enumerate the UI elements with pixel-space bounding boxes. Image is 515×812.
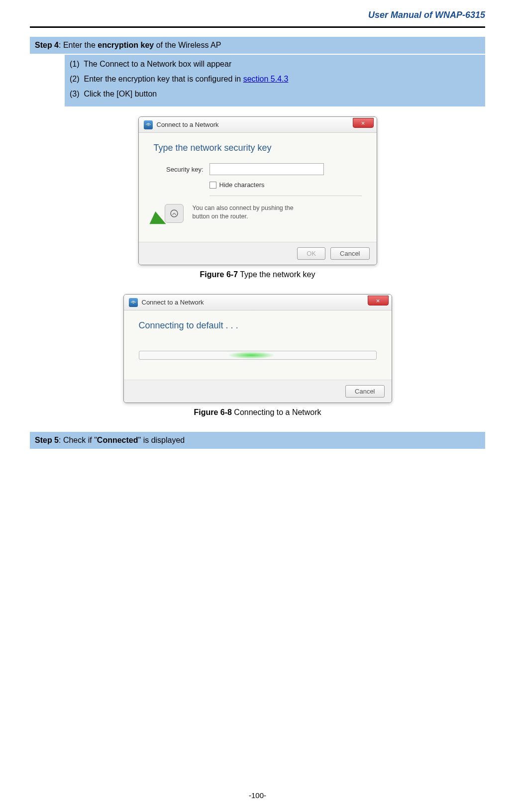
figure1-caption: Figure 6-7 Type the network key — [30, 270, 485, 279]
step4-item3-text: Click the [OK] button — [84, 90, 157, 98]
step4-sublist: (1) The Connect to a Network box will ap… — [65, 55, 485, 106]
figure1-label: Figure 6-7 — [200, 270, 238, 279]
page-header: User Manual of WNAP-6315 — [30, 10, 485, 28]
connecting-heading: Connecting to default . . . — [139, 320, 377, 331]
step4-item3-num: (3) — [70, 90, 80, 98]
progress-bar — [139, 351, 377, 360]
figure2-caption: Figure 6-8 Connecting to a Network — [30, 408, 485, 417]
dialog1-footer: OK Cancel — [139, 242, 377, 265]
hide-chars-row[interactable]: Hide characters — [209, 181, 362, 196]
cancel-button[interactable]: Cancel — [330, 247, 369, 260]
security-key-input[interactable] — [209, 163, 324, 175]
cancel-button[interactable]: Cancel — [345, 385, 384, 398]
step4-label: Step 4 — [35, 41, 59, 49]
dialog2-title: Connect to a Network — [142, 299, 204, 306]
figure2-label: Figure 6-8 — [194, 408, 231, 416]
connecting-dialog: Connect to a Network × Connecting to def… — [123, 294, 392, 403]
dialog1-body: Type the network security key Security k… — [139, 133, 377, 242]
progress-pulse — [229, 352, 274, 359]
hide-chars-checkbox[interactable] — [209, 182, 216, 189]
connect-network-dialog: Connect to a Network × Type the network … — [138, 116, 377, 265]
close-icon[interactable]: × — [353, 118, 374, 128]
step4-item1-num: (1) — [70, 60, 80, 68]
step4-text-pre: : Enter the — [59, 41, 98, 49]
router-icon — [154, 204, 184, 229]
step4-item2-link[interactable]: section 5.4.3 — [243, 75, 289, 83]
step4-box: Step 4: Enter the encryption key of the … — [30, 37, 485, 54]
step5-post: " is displayed — [138, 436, 185, 444]
router-hint-text: You can also connect by pushing the butt… — [193, 204, 294, 221]
step5-bold: Connected — [97, 436, 138, 444]
dialog1-title-bar: Connect to a Network × — [139, 117, 377, 133]
figure1-text: Type the network key — [238, 270, 315, 279]
ok-button[interactable]: OK — [297, 247, 325, 260]
dialog2-container: Connect to a Network × Connecting to def… — [30, 294, 485, 403]
dialog1-container: Connect to a Network × Type the network … — [30, 116, 485, 265]
figure2-text: Connecting to a Network — [232, 408, 321, 416]
dialog2-footer: Cancel — [124, 380, 392, 403]
step4-text-post: of the Wireless AP — [154, 41, 221, 49]
network-icon — [144, 120, 153, 129]
step4-item2-text: Enter the encryption key that is configu… — [84, 75, 243, 83]
dialog1-heading: Type the network security key — [154, 143, 362, 153]
dialog1-title: Connect to a Network — [157, 121, 219, 128]
security-key-label: Security key: — [154, 166, 204, 173]
step5-label: Step 5 — [35, 436, 59, 444]
page-number: -100- — [0, 791, 515, 800]
dialog2-title-bar: Connect to a Network × — [124, 295, 392, 310]
router-hint: You can also connect by pushing the butt… — [154, 196, 362, 237]
step5-box: Step 5: Check if "Connected" is displaye… — [30, 432, 485, 449]
close-icon[interactable]: × — [368, 296, 389, 305]
step4-item1-text: The Connect to a Network box will appear — [84, 60, 231, 68]
step4-bold: encryption key — [98, 41, 154, 49]
step4-item2-num: (2) — [70, 75, 80, 83]
step5-pre: : Check if " — [59, 436, 97, 444]
network-icon — [129, 298, 138, 307]
hide-chars-label: Hide characters — [219, 181, 265, 189]
dialog2-body: Connecting to default . . . — [124, 310, 392, 380]
